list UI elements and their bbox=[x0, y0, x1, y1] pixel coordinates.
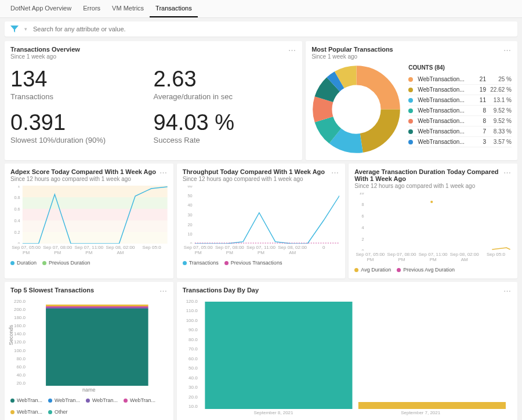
xaxis-tick: Sep 08, 02:00 AM bbox=[104, 245, 136, 255]
legend-dot-icon bbox=[10, 261, 14, 265]
card-menu-icon[interactable]: ⋯ bbox=[331, 168, 339, 177]
legend-label: Other bbox=[55, 409, 68, 415]
slowest-bar-chart bbox=[27, 299, 168, 386]
count-value: 7 bbox=[470, 128, 486, 135]
legend-dot-icon bbox=[124, 399, 128, 403]
xaxis-tick: Sep 07, 08:00 PM bbox=[42, 245, 73, 255]
legend-item[interactable]: WebTran... bbox=[86, 397, 118, 403]
legend-dot-icon bbox=[408, 108, 413, 113]
count-value: 8 bbox=[470, 107, 486, 114]
search-bar[interactable]: ▾ bbox=[5, 21, 517, 37]
count-label: WebTransaction... bbox=[418, 97, 467, 103]
metric-label: Success Rate bbox=[154, 136, 297, 144]
yaxis-tick: 100.0 bbox=[183, 318, 198, 323]
legend-item[interactable]: Previous Duration bbox=[42, 260, 90, 266]
donut-chart bbox=[311, 64, 401, 154]
count-row[interactable]: WebTransaction... 8 9.52 % bbox=[408, 116, 512, 126]
count-row[interactable]: WebTransaction... 3 3.57 % bbox=[408, 137, 512, 147]
xaxis-tick: Sep 07, 05:00 PM bbox=[183, 245, 214, 255]
legend-dot-icon bbox=[10, 399, 14, 403]
svg-text:0.6: 0.6 bbox=[14, 207, 20, 212]
yaxis-tick: 80.0 bbox=[183, 337, 198, 342]
legend-item[interactable]: WebTran... bbox=[10, 397, 42, 403]
yaxis-tick: 160.0 bbox=[10, 323, 26, 328]
search-input[interactable] bbox=[33, 26, 512, 32]
card-menu-icon[interactable]: ⋯ bbox=[503, 287, 512, 295]
card-subtitle: Since 12 hours ago compared with 1 week … bbox=[354, 183, 503, 189]
legend-dot-icon bbox=[408, 77, 413, 82]
yaxis-tick: 60.0 bbox=[183, 356, 198, 361]
yaxis-tick: 180.0 bbox=[10, 315, 26, 320]
xaxis-tick: Sep 07, 11:00 PM bbox=[73, 245, 104, 255]
yaxis-tick: 200.0 bbox=[10, 307, 26, 312]
count-value: 3 bbox=[470, 139, 486, 145]
tab-errors[interactable]: Errors bbox=[77, 0, 106, 17]
svg-rect-4 bbox=[23, 232, 168, 244]
svg-text:20: 20 bbox=[187, 223, 192, 227]
legend-item[interactable]: WebTran... bbox=[10, 409, 42, 415]
count-row[interactable]: WebTransaction... 21 25 % bbox=[408, 74, 512, 85]
legend-item[interactable]: Previous Transactions bbox=[224, 260, 282, 266]
card-title: Top 5 Slowest Transactions bbox=[10, 287, 94, 294]
legend-item[interactable]: WebTran... bbox=[48, 397, 80, 403]
svg-text:0: 0 bbox=[18, 242, 20, 244]
svg-text:50: 50 bbox=[187, 194, 192, 198]
chevron-down-icon[interactable]: ▾ bbox=[24, 26, 27, 32]
legend-item[interactable]: Transactions bbox=[183, 260, 219, 266]
legend-label: WebTran... bbox=[130, 397, 155, 403]
card-menu-icon[interactable]: ⋯ bbox=[288, 46, 296, 55]
legend-dot-icon bbox=[408, 140, 413, 144]
yaxis-tick: 40.0 bbox=[10, 372, 26, 378]
count-row[interactable]: WebTransaction... 8 9.52 % bbox=[408, 106, 512, 116]
tab-transactions[interactable]: Transactions bbox=[150, 0, 198, 17]
yaxis-tick: 20.0 bbox=[183, 394, 198, 400]
filter-icon[interactable] bbox=[10, 25, 19, 33]
yaxis-tick: 120.0 bbox=[183, 299, 198, 304]
metric-value: 0.391 bbox=[10, 111, 154, 135]
nav-tabs: DotNet App Overview Errors VM Metrics Tr… bbox=[0, 0, 522, 18]
legend-dot-icon bbox=[408, 88, 413, 92]
svg-text:40: 40 bbox=[187, 203, 192, 208]
card-menu-icon[interactable]: ⋯ bbox=[160, 168, 168, 177]
legend-item[interactable]: Duration bbox=[10, 260, 37, 266]
legend-item[interactable]: WebTran... bbox=[124, 397, 155, 403]
svg-rect-28 bbox=[46, 307, 148, 309]
tab-vm-metrics[interactable]: VM Metrics bbox=[106, 0, 150, 17]
card-menu-icon[interactable]: ⋯ bbox=[503, 168, 512, 177]
card-slowest-transactions: Top 5 Slowest Transactions ⋯ Seconds 220… bbox=[5, 282, 173, 420]
legend-label: WebTran... bbox=[17, 397, 42, 403]
xaxis-label: name bbox=[10, 387, 168, 393]
legend-dot-icon bbox=[86, 399, 90, 403]
legend-item[interactable]: Other bbox=[48, 409, 68, 415]
count-row[interactable]: WebTransaction... 19 22.62 % bbox=[408, 85, 512, 95]
svg-text:10: 10 bbox=[360, 193, 364, 195]
xaxis-tick: September 7, 2021 bbox=[347, 410, 494, 415]
card-title: Transactions Day By Day bbox=[183, 287, 259, 294]
legend-item[interactable]: Previous Avg Duration bbox=[397, 267, 455, 273]
count-pct: 13.1 % bbox=[488, 97, 512, 103]
card-adpex: Adpex Score Today Compared With 1 Week A… bbox=[5, 164, 173, 278]
count-value: 19 bbox=[470, 86, 486, 93]
metric-value: 94.03 % bbox=[154, 111, 297, 135]
svg-rect-26 bbox=[46, 305, 148, 306]
metric-value: 134 bbox=[10, 68, 154, 91]
count-row[interactable]: WebTransaction... 7 8.33 % bbox=[408, 126, 512, 137]
card-menu-icon[interactable]: ⋯ bbox=[160, 287, 168, 295]
metric-success-rate: 94.03 % Success Rate bbox=[154, 111, 297, 144]
svg-text:0: 0 bbox=[362, 249, 364, 251]
card-menu-icon[interactable]: ⋯ bbox=[503, 46, 512, 55]
count-row[interactable]: WebTransaction... 11 13.1 % bbox=[408, 95, 512, 106]
svg-text:0: 0 bbox=[190, 242, 192, 244]
legend-dot-icon bbox=[408, 119, 413, 124]
count-pct: 22.62 % bbox=[488, 86, 512, 93]
yaxis-tick: 30.0 bbox=[183, 385, 198, 390]
card-avg-duration: Average Transaction Duration Today Compa… bbox=[349, 164, 517, 278]
card-title: Adpex Score Today Compared With 1 Week A… bbox=[10, 168, 156, 175]
xaxis-tick: Sep 07, 08:00 PM bbox=[214, 245, 245, 255]
legend-item[interactable]: Avg Duration bbox=[354, 267, 391, 273]
yaxis-tick: 100.0 bbox=[10, 348, 26, 353]
tab-dotnet-overview[interactable]: DotNet App Overview bbox=[5, 0, 77, 17]
yaxis-tick: 80.0 bbox=[10, 356, 26, 361]
svg-rect-30 bbox=[205, 302, 352, 409]
card-subtitle: Since 1 week ago bbox=[10, 53, 80, 60]
